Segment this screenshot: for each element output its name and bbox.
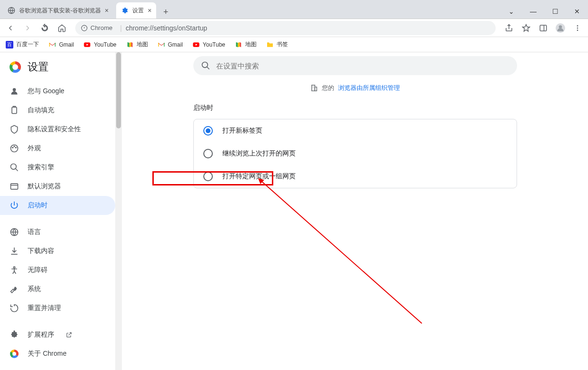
bookmark-label: 地图 xyxy=(245,40,257,49)
chrome-icon xyxy=(10,349,19,359)
address-bar[interactable]: Chrome | chrome://settings/onStartup xyxy=(75,21,496,35)
sidebar-item-label: 自动填充 xyxy=(28,106,54,115)
profile-avatar-icon[interactable] xyxy=(553,20,568,36)
building-icon xyxy=(310,84,318,92)
svg-point-16 xyxy=(16,147,17,148)
sidebar-item-label: 重置并清理 xyxy=(28,304,61,312)
extension-icon xyxy=(10,330,19,340)
browser-toolbar: Chrome | chrome://settings/onStartup xyxy=(0,19,588,37)
nav-separator xyxy=(0,318,115,325)
managed-link[interactable]: 浏览器由所属组织管理 xyxy=(338,84,400,92)
sidebar-item-languages[interactable]: 语言 xyxy=(0,223,115,242)
tab-title: 设置 xyxy=(132,7,144,15)
sidebar-item-label: 外观 xyxy=(28,144,41,153)
sidebar-item-search-engine[interactable]: 搜索引擎 xyxy=(0,158,115,177)
bookmark-label: Gmail xyxy=(59,41,74,48)
managed-notice: 您的浏览器由所属组织管理 xyxy=(310,84,400,92)
gmail-icon xyxy=(49,41,56,49)
sidebar-item-label: 下载内容 xyxy=(28,247,54,255)
settings-sidebar: 设置 您与 Google 自动填充 隐私设置和安全性 外观 搜索引擎 默认浏览器 xyxy=(0,52,115,370)
window-controls: ⌄ — ☐ ✕ xyxy=(500,4,588,19)
settings-brand: 设置 xyxy=(0,56,115,82)
bookmark-item[interactable]: YouTube xyxy=(81,39,118,50)
bookmark-item[interactable]: Gmail xyxy=(156,39,185,50)
close-window-button[interactable]: ✕ xyxy=(566,4,588,19)
youtube-icon xyxy=(192,41,200,49)
sidebar-item-label: 隐私设置和安全性 xyxy=(28,125,81,134)
sidebar-item-reset[interactable]: 重置并清理 xyxy=(0,299,115,318)
titlebar: 谷歌浏览器下载安装-谷歌浏览器 × 设置 × + ⌄ — ☐ ✕ xyxy=(0,0,588,19)
settings-favicon-icon xyxy=(121,7,129,14)
sidebar-item-you-and-google[interactable]: 您与 Google xyxy=(0,82,115,101)
bookmark-item[interactable]: 书签 xyxy=(264,39,290,50)
sidebar-scrollbar[interactable] xyxy=(115,52,122,370)
sidebar-item-extensions[interactable]: 扩展程序 xyxy=(0,325,115,344)
bookmark-item[interactable]: YouTube xyxy=(190,39,227,50)
folder-icon xyxy=(266,41,274,49)
svg-rect-22 xyxy=(311,85,315,91)
bookmark-label: 百度一下 xyxy=(16,40,39,49)
maximize-button[interactable]: ☐ xyxy=(544,4,566,19)
settings-search[interactable] xyxy=(193,56,517,75)
sidebar-item-label: 扩展程序 xyxy=(28,331,54,339)
bookmark-item[interactable]: 地图 xyxy=(124,39,150,50)
startup-option-continue[interactable]: 继续浏览上次打开的网页 xyxy=(194,142,517,165)
nav-separator xyxy=(0,215,115,223)
svg-point-8 xyxy=(577,29,578,31)
svg-point-21 xyxy=(202,62,208,68)
side-panel-icon[interactable] xyxy=(536,20,551,36)
bookmark-star-icon[interactable] xyxy=(518,20,534,36)
svg-point-5 xyxy=(559,25,562,29)
sidebar-item-about-chrome[interactable]: 关于 Chrome xyxy=(0,344,115,363)
managed-prefix: 您的 xyxy=(322,84,334,92)
bookmark-item[interactable]: Gmail xyxy=(47,39,76,50)
forward-button[interactable] xyxy=(20,20,35,36)
sidebar-item-privacy[interactable]: 隐私设置和安全性 xyxy=(0,120,115,139)
sidebar-item-system[interactable]: 系统 xyxy=(0,280,115,299)
sidebar-item-label: 关于 Chrome xyxy=(28,350,67,358)
radio-icon[interactable] xyxy=(203,149,213,158)
sidebar-wrap: 设置 您与 Google 自动填充 隐私设置和安全性 外观 搜索引擎 默认浏览器 xyxy=(0,52,122,370)
search-icon xyxy=(10,163,19,172)
radio-icon[interactable] xyxy=(203,126,213,136)
sidebar-item-downloads[interactable]: 下载内容 xyxy=(0,242,115,261)
settings-search-input[interactable] xyxy=(216,62,509,70)
svg-point-15 xyxy=(14,146,15,147)
startup-option-new-tab[interactable]: 打开新标签页 xyxy=(194,119,517,142)
share-icon[interactable] xyxy=(501,20,517,36)
sidebar-item-autofill[interactable]: 自动填充 xyxy=(0,101,115,120)
power-icon xyxy=(10,201,19,210)
download-icon xyxy=(10,246,19,256)
tab-0[interactable]: 谷歌浏览器下载安装-谷歌浏览器 × xyxy=(3,2,113,19)
back-button[interactable] xyxy=(3,20,18,36)
option-label: 继续浏览上次打开的网页 xyxy=(222,149,296,158)
sidebar-item-default-browser[interactable]: 默认浏览器 xyxy=(0,177,115,196)
bookmark-item[interactable]: 地图 xyxy=(233,39,259,50)
svg-rect-23 xyxy=(315,87,317,91)
menu-button[interactable] xyxy=(570,20,585,36)
tab-1[interactable]: 设置 × xyxy=(116,2,156,19)
settings-title: 设置 xyxy=(28,60,49,74)
svg-point-7 xyxy=(577,27,578,29)
home-button[interactable] xyxy=(54,20,70,36)
sidebar-item-on-startup[interactable]: 启动时 xyxy=(0,196,115,215)
minimize-button[interactable]: — xyxy=(522,4,544,19)
bookmarks-bar: 百百度一下 Gmail YouTube 地图 Gmail YouTube 地图 … xyxy=(0,37,588,52)
gmail-icon xyxy=(158,41,165,49)
reload-button[interactable] xyxy=(37,20,52,36)
close-tab-icon[interactable]: × xyxy=(148,7,151,14)
browser-icon xyxy=(10,182,19,191)
sidebar-item-appearance[interactable]: 外观 xyxy=(0,139,115,158)
scrollbar-thumb[interactable] xyxy=(116,52,121,128)
new-tab-button[interactable]: + xyxy=(159,5,172,19)
chevron-down-icon[interactable]: ⌄ xyxy=(500,4,522,19)
external-link-icon xyxy=(66,331,72,338)
site-info-icon[interactable]: Chrome xyxy=(81,24,112,31)
svg-point-17 xyxy=(11,164,17,170)
clipboard-icon xyxy=(10,106,19,115)
sidebar-item-accessibility[interactable]: 无障碍 xyxy=(0,261,115,280)
bookmark-item[interactable]: 百百度一下 xyxy=(4,39,41,50)
globe-favicon-icon xyxy=(8,7,15,14)
maps-icon xyxy=(235,41,242,49)
close-tab-icon[interactable]: × xyxy=(105,7,109,14)
